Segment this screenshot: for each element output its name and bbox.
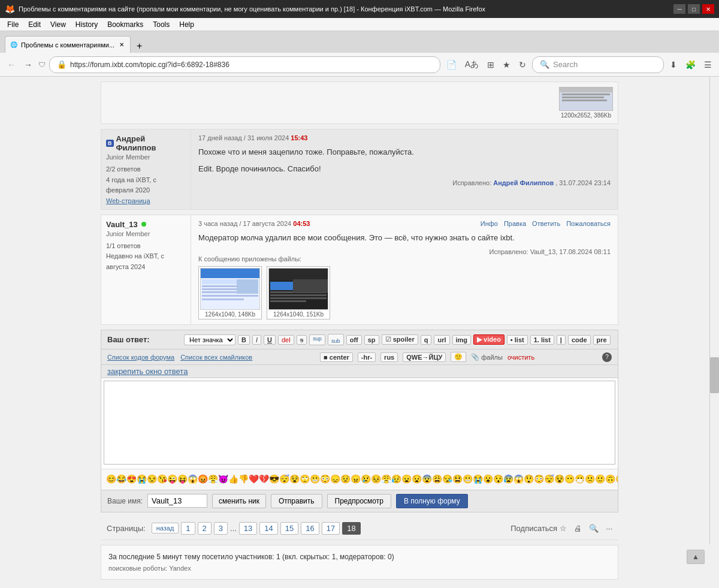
list2-button[interactable]: 1. list — [530, 335, 554, 345]
del-button[interactable]: del — [278, 335, 294, 345]
more-actions-button[interactable]: ··· — [606, 524, 612, 533]
sp-button[interactable]: sp — [364, 335, 379, 345]
menu-view[interactable]: View — [46, 19, 71, 30]
close-button[interactable]: ✕ — [702, 4, 714, 14]
help-button[interactable]: ? — [602, 352, 612, 362]
rus-button[interactable]: rus — [380, 352, 398, 362]
menu-file[interactable]: File — [2, 19, 23, 30]
prev-page-link[interactable]: назад — [152, 523, 179, 533]
scrollbar[interactable] — [709, 77, 719, 544]
bold-button[interactable]: B — [238, 335, 250, 345]
change-nick-button[interactable]: сменить ник — [212, 494, 266, 508]
subscribe-button[interactable]: Подписаться ☆ — [510, 524, 567, 533]
q-button[interactable]: q — [421, 335, 432, 345]
emoji-button[interactable]: 🙂 — [451, 352, 466, 362]
menu-history[interactable]: History — [71, 19, 102, 30]
minimize-button[interactable]: ─ — [673, 4, 685, 14]
page-17[interactable]: 17 — [322, 522, 340, 535]
menu-icon[interactable]: ☰ — [702, 58, 714, 72]
codes-link[interactable]: Список кодов форума — [107, 354, 174, 361]
print-button[interactable]: 🖨 — [574, 524, 582, 533]
comment-edited-vault13: Исправлено: Vault_13, 17.08.2024 08:11 — [198, 248, 611, 255]
attach-button[interactable]: 📎 файлы — [471, 353, 503, 361]
video-button[interactable]: ▶ video — [473, 334, 504, 345]
menu-tools[interactable]: Tools — [148, 19, 174, 30]
sub-button[interactable]: sub — [328, 334, 344, 345]
action-info-vault13[interactable]: Инфо — [481, 220, 498, 227]
maximize-button[interactable]: □ — [688, 4, 700, 14]
comment-header-andrey: 17 дней назад / 31 июля 2024 15:43 — [198, 134, 611, 141]
list1-button[interactable]: • list — [507, 335, 528, 345]
preview-button[interactable]: Предпросмотр — [327, 494, 391, 508]
edited-date-andrey: , 31.07.2024 23:14 — [555, 179, 611, 186]
svg-rect-7 — [202, 279, 238, 284]
action-edit-vault13[interactable]: Правка — [504, 220, 526, 227]
clear-button[interactable]: очистить — [507, 354, 534, 361]
lock-link[interactable]: закрепить окно ответа — [107, 367, 188, 376]
menu-help[interactable]: Help — [174, 19, 199, 30]
page-13[interactable]: 13 — [239, 522, 257, 535]
page-search-button[interactable]: 🔍 — [589, 524, 599, 533]
containers-icon[interactable]: ⊞ — [485, 58, 497, 72]
send-button[interactable]: Отправить — [271, 494, 322, 508]
comment-meta-vault13: 3 часа назад / 17 августа 2024 04:53 — [198, 220, 310, 227]
menu-bookmarks[interactable]: Bookmarks — [102, 19, 148, 30]
smileys-link[interactable]: Список всех смайликов — [180, 354, 252, 361]
search-box[interactable]: 🔍 Search — [532, 56, 664, 73]
svg-rect-20 — [270, 300, 306, 302]
browser-titlebar: 🦊 Проблемы с комментариями на сайте (про… — [0, 0, 719, 18]
refresh-icon[interactable]: ↻ — [516, 58, 528, 72]
underline-button[interactable]: U — [264, 335, 276, 345]
tab-close-button[interactable]: ✕ — [118, 40, 125, 49]
attachment2[interactable]: 1264x1040, 151Kb — [267, 266, 330, 319]
reader-icon[interactable]: 📄 — [444, 58, 459, 72]
new-tab-button[interactable]: + — [133, 41, 146, 52]
attachment2-image[interactable] — [268, 268, 328, 310]
off-button[interactable]: off — [346, 335, 362, 345]
img-button[interactable]: img — [452, 335, 472, 345]
reply-textarea[interactable] — [104, 381, 615, 465]
action-report-vault13[interactable]: Пожаловаться — [566, 220, 611, 227]
url-button[interactable]: url — [434, 335, 449, 345]
active-tab[interactable]: 🌐 Проблемы с комментариями... ✕ — [5, 36, 131, 53]
spoiler-button[interactable]: ☑ spoiler — [382, 334, 418, 345]
page-16[interactable]: 16 — [301, 522, 319, 535]
page-14[interactable]: 14 — [259, 522, 277, 535]
attachment1-image[interactable] — [200, 268, 260, 310]
kbd-button[interactable]: QWE→ЙЦУ — [403, 352, 446, 362]
extensions-icon[interactable]: 🧩 — [683, 58, 698, 72]
page-2[interactable]: 2 — [198, 522, 212, 535]
partial-thumbnail[interactable] — [559, 87, 613, 111]
pre-button[interactable]: pre — [593, 335, 611, 345]
download-icon[interactable]: ⬇ — [667, 58, 679, 72]
user-webpage-link-andrey[interactable]: Web-страница — [106, 197, 186, 204]
full-form-button[interactable]: В полную форму — [396, 494, 468, 508]
page-3[interactable]: 3 — [214, 522, 228, 535]
translate-icon[interactable]: Aあ — [463, 57, 481, 73]
format-select[interactable]: Нет значка — [184, 334, 235, 345]
scroll-track[interactable] — [710, 77, 719, 544]
center-button[interactable]: ■ center — [320, 352, 353, 362]
page-18-current[interactable]: 18 — [342, 522, 360, 535]
page-1[interactable]: 1 — [181, 522, 195, 535]
scroll-thumb[interactable] — [710, 357, 719, 393]
page-15[interactable]: 15 — [280, 522, 298, 535]
online-indicator-vault13 — [141, 222, 146, 227]
action-reply-vault13[interactable]: Ответить — [532, 220, 560, 227]
emoji-row[interactable]: 😊😂😍😭😒😘😜😝😱😡😤😈👍👎❤️💔😎😴😵🙄😬😳😞😟😠😢😣😤😥😦😧😨😩😪😫😬😭😮😯… — [101, 469, 618, 489]
forum-container: 1200x2652, 386Kb В АндрейФилиппов Junior… — [96, 77, 623, 588]
hr-button[interactable]: -hr- — [358, 352, 376, 362]
name-input[interactable] — [147, 494, 207, 508]
scroll-to-top-button[interactable]: ▲ — [687, 550, 705, 564]
sup-button[interactable]: sup — [309, 334, 325, 346]
url-bar[interactable]: 🔒 https://forum.ixbt.com/topic.cgi?id=6:… — [49, 56, 440, 73]
italic-button[interactable]: I — [252, 335, 261, 345]
back-button[interactable]: ← — [5, 58, 18, 72]
forward-button[interactable]: → — [22, 58, 35, 72]
code-button[interactable]: code — [568, 335, 591, 345]
attachment1[interactable]: 1264x1040, 148Kb — [198, 266, 262, 319]
menu-edit[interactable]: Edit — [23, 19, 46, 30]
s-button[interactable]: s — [297, 335, 307, 345]
tab-favicon: 🌐 — [10, 41, 17, 48]
bookmark-icon[interactable]: ★ — [500, 58, 513, 72]
